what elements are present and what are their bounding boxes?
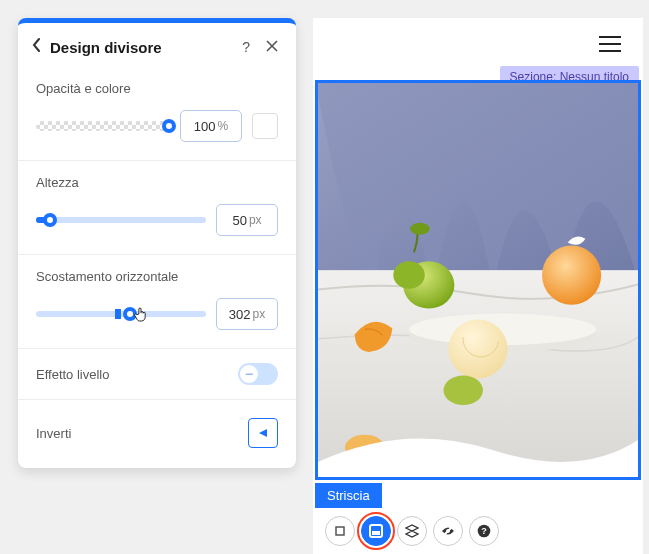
strip-label: Striscia (315, 483, 382, 508)
svg-point-4 (542, 246, 601, 305)
svg-point-8 (448, 319, 507, 378)
height-slider[interactable] (36, 217, 206, 223)
offset-thumb[interactable] (123, 307, 137, 321)
menu-icon[interactable] (599, 36, 621, 52)
divider-design-panel: Design divisore ? Opacità e colore 100 %… (18, 18, 296, 468)
layer-effect-toggle[interactable]: − (238, 363, 278, 385)
height-label: Altezza (36, 175, 278, 190)
preview-image (318, 83, 638, 477)
invert-label: Inverti (36, 426, 71, 441)
offset-slider[interactable] (36, 311, 206, 317)
offset-label: Scostamento orizzontale (36, 269, 278, 284)
color-swatch[interactable] (252, 113, 278, 139)
offset-row: Scostamento orizzontale 302 px (18, 255, 296, 349)
opacity-slider[interactable] (36, 121, 170, 131)
close-icon[interactable] (262, 37, 282, 57)
tool-help[interactable]: ? (469, 516, 499, 546)
tool-layers[interactable] (397, 516, 427, 546)
opacity-label: Opacità e colore (36, 81, 278, 96)
layer-effect-row: Effetto livello − (18, 349, 296, 400)
svg-point-7 (410, 223, 430, 235)
toggle-knob: − (240, 365, 258, 383)
help-icon[interactable]: ? (238, 37, 254, 57)
element-toolbar: ? (325, 516, 499, 546)
layer-effect-label: Effetto livello (36, 367, 109, 382)
height-row: Altezza 50 px (18, 161, 296, 255)
height-input[interactable]: 50 px (216, 204, 278, 236)
invert-row: Inverti (18, 400, 296, 466)
divider-wave (318, 422, 638, 477)
preview-pane: Sezione: Nessun titolo (313, 18, 643, 554)
opacity-row: Opacità e colore 100 % (18, 67, 296, 161)
height-thumb[interactable] (43, 213, 57, 227)
opacity-input[interactable]: 100 % (180, 110, 242, 142)
invert-button[interactable] (248, 418, 278, 448)
svg-rect-11 (336, 527, 344, 535)
opacity-thumb[interactable] (162, 119, 176, 133)
tool-stop[interactable] (325, 516, 355, 546)
svg-rect-13 (372, 531, 380, 535)
svg-point-6 (393, 261, 425, 289)
back-icon[interactable] (32, 38, 42, 56)
svg-text:?: ? (481, 526, 487, 536)
svg-point-9 (444, 376, 483, 406)
tool-divider[interactable] (361, 516, 391, 546)
panel-header: Design divisore ? (18, 23, 296, 67)
section-canvas[interactable] (315, 80, 641, 480)
panel-title: Design divisore (50, 39, 230, 56)
tool-hide[interactable] (433, 516, 463, 546)
offset-input[interactable]: 302 px (216, 298, 278, 330)
